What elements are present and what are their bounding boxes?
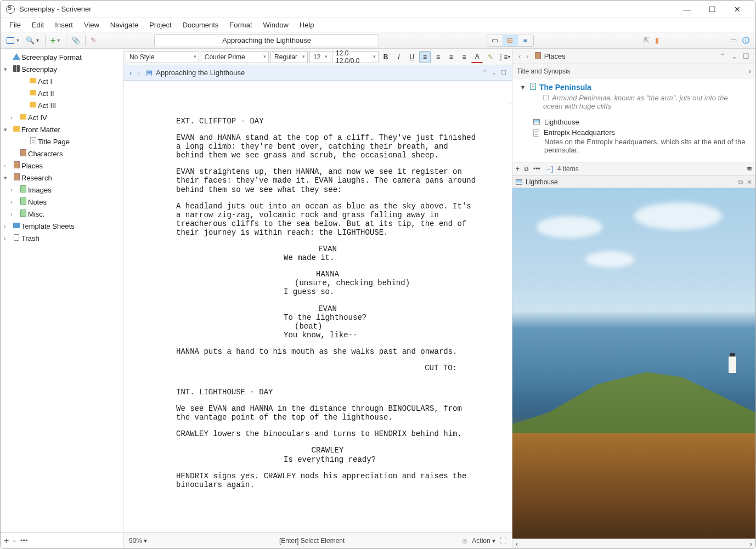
menu-project[interactable]: Project: [144, 19, 177, 31]
view-outline-button[interactable]: ≡: [518, 35, 533, 46]
binder-item-act-iv[interactable]: ›Act IV: [1, 111, 123, 123]
binder-more-button[interactable]: •••: [20, 536, 28, 545]
share-button[interactable]: ⇱: [641, 35, 652, 46]
insp-down-button[interactable]: ⌄: [729, 52, 740, 60]
expand-icon[interactable]: ⛶: [500, 537, 506, 545]
split-button[interactable]: ☐: [499, 69, 509, 76]
nav-back-button[interactable]: ‹: [127, 69, 135, 77]
binder-item-misc.[interactable]: ›Misc.: [1, 208, 123, 220]
view-cork-button[interactable]: ⊞: [503, 35, 518, 46]
binder-item-places[interactable]: ›Places: [1, 160, 123, 172]
binder-item-characters[interactable]: Characters: [1, 148, 123, 160]
screenplay-line[interactable]: To the lighthouse?: [240, 313, 415, 322]
underline-button[interactable]: U: [406, 51, 418, 63]
zoom-control[interactable]: 90% ▾: [129, 537, 162, 545]
maximize-button[interactable]: ☐: [699, 1, 725, 18]
mode-combo[interactable]: Action ▾: [472, 537, 495, 545]
menu-navigate[interactable]: Navigate: [105, 19, 144, 31]
menu-help[interactable]: Help: [294, 19, 320, 31]
insp-up-button[interactable]: ⌃: [717, 52, 729, 60]
nav-down-button[interactable]: ⌄: [489, 69, 499, 76]
screenplay-line[interactable]: HANNA puts a hand to his mouth as she wa…: [176, 347, 479, 356]
align-justify-button[interactable]: ≡: [459, 51, 470, 63]
style-combo[interactable]: No Style: [126, 51, 199, 63]
binder-add-button[interactable]: +: [4, 536, 9, 546]
binder-item-trash[interactable]: ›Trash: [1, 232, 123, 244]
screenplay-line[interactable]: EVAN: [273, 304, 382, 313]
compose-button[interactable]: ✎: [88, 35, 99, 46]
img-close-icon[interactable]: ✕: [747, 178, 752, 186]
align-right-button[interactable]: ≡: [445, 51, 457, 63]
binder-item-images[interactable]: ›Images: [1, 184, 123, 196]
binder-item-title-page[interactable]: Title Page: [1, 135, 123, 148]
inspector-toggle[interactable]: ▭: [728, 35, 739, 46]
screenplay-line[interactable]: INT. LIGHTHOUSE - DAY: [176, 388, 479, 397]
close-button[interactable]: ✕: [725, 1, 750, 18]
minimize-button[interactable]: ―: [674, 1, 699, 18]
screenplay-line[interactable]: CRAWLEY: [273, 446, 382, 455]
menu-view[interactable]: View: [78, 19, 105, 31]
binder-new-folder-button[interactable]: ▫: [13, 536, 16, 545]
nav-up-button[interactable]: ⌃: [480, 69, 489, 76]
insp-close-button[interactable]: ☐: [740, 52, 752, 60]
menu-insert[interactable]: Insert: [49, 19, 78, 31]
binder-item-act-i[interactable]: Act I: [1, 75, 123, 87]
search-button[interactable]: 🔍▼: [24, 35, 42, 46]
screenplay-line[interactable]: We see EVAN and HANNA in the distance th…: [176, 404, 479, 422]
screenplay-line[interactable]: We made it.: [240, 253, 415, 262]
section-chevron-icon[interactable]: ›: [749, 67, 751, 75]
document-title-box[interactable]: Approaching the Lighthouse: [154, 34, 379, 47]
bookmark-icon[interactable]: ▮: [653, 35, 661, 46]
binder-item-screenplay[interactable]: ▾Screenplay: [1, 63, 123, 75]
screenplay-line[interactable]: (beat): [240, 322, 415, 331]
menu-window[interactable]: Window: [258, 19, 294, 31]
editor-body[interactable]: EXT. CLIFFTOP - DAYEVAN and HANNA stand …: [123, 81, 512, 532]
insp-scroll-left-icon[interactable]: ‹: [516, 540, 518, 548]
screenplay-line[interactable]: CRAWLEY lowers the binoculars and turns …: [176, 429, 479, 438]
menu-file[interactable]: File: [4, 19, 26, 31]
binder-item-template-sheets[interactable]: ›Template Sheets: [1, 220, 123, 232]
binder-item-screenplay-format[interactable]: Screenplay Format: [1, 51, 123, 63]
screenplay-line[interactable]: EVAN straightens up, then HANNA, and now…: [176, 167, 479, 194]
align-left-button[interactable]: ≡: [419, 51, 431, 63]
insp-scroll-right-icon[interactable]: ›: [750, 540, 752, 548]
binder-item-notes[interactable]: ›Notes: [1, 196, 123, 208]
img-popout-icon[interactable]: ⧉: [738, 178, 743, 186]
screenplay-line[interactable]: You know, like--: [240, 331, 415, 339]
layout-button[interactable]: ▼: [4, 36, 22, 46]
insp-back-button[interactable]: ‹: [516, 52, 523, 60]
screenplay-line[interactable]: EVAN: [273, 245, 382, 253]
font-combo[interactable]: Courier Prime: [201, 51, 269, 63]
info-button[interactable]: ⓘ: [740, 34, 752, 47]
screenplay-line[interactable]: Is everything ready?: [240, 455, 415, 464]
weight-combo[interactable]: Regular: [270, 51, 308, 63]
text-color-button[interactable]: A: [471, 51, 483, 63]
align-center-button[interactable]: ≡: [432, 51, 444, 63]
scroll-up-icon[interactable]: ˇ: [509, 103, 511, 109]
menu-documents[interactable]: Documents: [177, 19, 224, 31]
outline-root[interactable]: ▾ The Peninsula: [512, 82, 755, 93]
screenplay-line[interactable]: I guess so.: [240, 287, 415, 296]
spacing-combo[interactable]: 12.0 12.0/0.0: [332, 51, 379, 63]
insp-more-button[interactable]: •••: [533, 165, 540, 173]
insp-add-button[interactable]: +: [516, 165, 520, 173]
screenplay-line[interactable]: (unsure, checking behind): [240, 279, 415, 287]
highlight-button[interactable]: ✎: [484, 51, 496, 63]
insp-goto-button[interactable]: →]: [545, 165, 553, 173]
bold-button[interactable]: B: [380, 51, 392, 63]
add-button[interactable]: +▼: [48, 34, 63, 47]
nav-forward-button[interactable]: ›: [135, 69, 143, 77]
screenplay-line[interactable]: HANNA: [273, 270, 382, 279]
binder-item-research[interactable]: ▾Research: [1, 172, 123, 184]
list-button[interactable]: ⋮≡▾: [498, 51, 510, 63]
menu-format[interactable]: Format: [224, 19, 257, 31]
screenplay-line[interactable]: A headland juts out into an ocean as blu…: [176, 202, 479, 237]
italic-button[interactable]: I: [393, 51, 405, 63]
attach-button[interactable]: 📎: [69, 35, 82, 46]
screenplay-line[interactable]: CUT TO:: [176, 364, 479, 372]
binder-item-act-iii[interactable]: Act III: [1, 99, 123, 111]
insp-list-icon[interactable]: ≣: [747, 165, 752, 173]
screenplay-line[interactable]: EXT. CLIFFTOP - DAY: [176, 117, 479, 126]
binder-item-act-ii[interactable]: Act II: [1, 87, 123, 99]
outline-child[interactable]: Entropix Headquarters: [512, 126, 755, 138]
